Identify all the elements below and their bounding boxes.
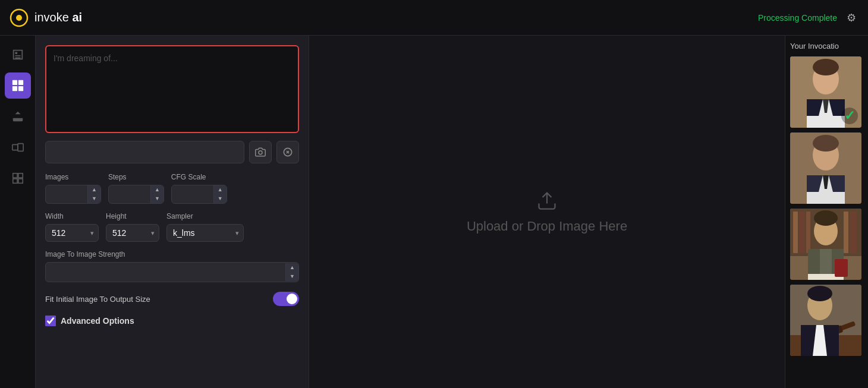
- portrait-svg-3: [790, 209, 861, 280]
- svg-rect-6: [12, 144, 17, 150]
- portrait-svg-2: [790, 133, 861, 204]
- img2img-input-row: 0.75 ▲ ▼: [45, 262, 299, 282]
- svg-rect-9: [18, 174, 22, 178]
- param-group-sampler: Sampler k_lms k_euler k_euler_a ddim plm…: [166, 212, 244, 242]
- cfg-down-btn[interactable]: ▼: [214, 194, 227, 203]
- main-layout: Images 1 ▲ ▼ Steps 50 ▲: [0, 36, 868, 388]
- svg-rect-34: [799, 212, 805, 253]
- height-select-wrapper: 256 512 768 1024: [106, 224, 159, 242]
- right-panel: Your Invocatio: [785, 36, 868, 388]
- cfg-spin-btns: ▲ ▼: [213, 185, 227, 203]
- svg-rect-2: [12, 80, 17, 85]
- steps-down-btn[interactable]: ▼: [151, 194, 163, 203]
- images-down-btn[interactable]: ▼: [88, 194, 100, 203]
- sampler-select[interactable]: k_lms k_euler k_euler_a ddim plms: [166, 224, 244, 242]
- neg-prompt-row: [45, 141, 299, 163]
- svg-rect-36: [844, 212, 848, 253]
- svg-rect-11: [18, 179, 22, 183]
- svg-point-19: [813, 59, 839, 75]
- width-select[interactable]: 256 512 768 1024: [45, 224, 99, 242]
- toggle-slider: [273, 292, 299, 306]
- fit-toggle[interactable]: [273, 292, 299, 306]
- images-input[interactable]: 1: [46, 186, 87, 203]
- invocation-thumb-4[interactable]: [790, 285, 861, 356]
- invocation-thumb-1[interactable]: ✓: [790, 56, 861, 128]
- svg-rect-44: [835, 259, 848, 277]
- negative-prompt-input[interactable]: [45, 141, 244, 163]
- svg-rect-33: [793, 212, 798, 253]
- img2img-up-btn[interactable]: ▲: [286, 263, 298, 272]
- upload-area: Upload or Drop Image Here: [467, 190, 627, 234]
- svg-rect-7: [18, 144, 23, 152]
- logo: invoke ai: [10, 8, 82, 27]
- sidebar: [0, 36, 36, 388]
- svg-rect-43: [820, 249, 832, 274]
- height-select[interactable]: 256 512 768 1024: [106, 224, 159, 242]
- checkmark-1: ✓: [844, 108, 855, 124]
- svg-rect-10: [12, 179, 17, 183]
- params-grid: Images 1 ▲ ▼ Steps 50 ▲: [45, 173, 299, 242]
- param-group-images: Images 1 ▲ ▼: [45, 173, 101, 204]
- sidebar-item-img2img[interactable]: [5, 72, 31, 99]
- fit-label: Fit Initial Image To Output Size: [45, 295, 150, 304]
- logo-icon: [10, 8, 29, 27]
- advanced-checkbox[interactable]: [45, 316, 56, 326]
- portrait-svg-4: [790, 285, 861, 356]
- invocation-thumb-3[interactable]: [790, 209, 861, 280]
- canvas-area[interactable]: Upload or Drop Image Here: [309, 36, 785, 388]
- sidebar-item-resize[interactable]: [5, 134, 31, 160]
- images-up-btn[interactable]: ▲: [88, 185, 100, 194]
- width-label: Width: [45, 212, 99, 220]
- fit-toggle-row: Fit Initial Image To Output Size: [45, 292, 299, 306]
- checkmark-overlay-1: ✓: [841, 108, 858, 124]
- images-label: Images: [45, 173, 101, 181]
- upload-icon: [536, 190, 558, 212]
- img2img-strength-input[interactable]: 0.75: [46, 263, 285, 282]
- cfg-input[interactable]: 10: [172, 186, 213, 203]
- sidebar-item-layers[interactable]: [5, 165, 31, 191]
- invocation-grid: ✓: [790, 56, 863, 356]
- advanced-options-row: Advanced Options: [45, 316, 299, 326]
- left-panel: Images 1 ▲ ▼ Steps 50 ▲: [36, 36, 309, 388]
- param-group-width: Width 256 512 768 1024: [45, 212, 99, 242]
- svg-point-26: [813, 135, 839, 152]
- sidebar-item-upload[interactable]: [5, 103, 31, 130]
- steps-spin-btns: ▲ ▼: [150, 185, 163, 203]
- svg-rect-35: [806, 212, 810, 253]
- img2img-down-btn[interactable]: ▼: [286, 272, 298, 281]
- cfg-spinner: 10 ▲ ▼: [171, 185, 227, 204]
- right-panel-title: Your Invocatio: [790, 42, 863, 51]
- img2img-spin-btns: ▲ ▼: [285, 263, 298, 281]
- topbar-right: Processing Complete ⚙: [758, 9, 858, 27]
- steps-spinner: 50 ▲ ▼: [108, 185, 164, 204]
- param-group-height: Height 256 512 768 1024: [106, 212, 159, 242]
- sidebar-item-gallery[interactable]: [5, 42, 31, 68]
- topbar: invoke ai Processing Complete ⚙: [0, 0, 868, 36]
- prompt-input[interactable]: [45, 45, 299, 133]
- width-select-wrapper: 256 512 768 1024: [45, 224, 99, 242]
- height-label: Height: [106, 212, 159, 220]
- param-row-1: Images 1 ▲ ▼ Steps 50 ▲: [45, 173, 299, 204]
- cfg-label: CFG Scale: [171, 173, 227, 181]
- svg-rect-4: [12, 86, 17, 91]
- svg-rect-55: [816, 325, 823, 344]
- img2img-label: Image To Image Strength: [45, 250, 299, 258]
- param-row-2: Width 256 512 768 1024 Height: [45, 212, 299, 242]
- logo-text: invoke ai: [34, 11, 82, 24]
- svg-marker-41: [808, 249, 822, 274]
- clear-button[interactable]: [276, 141, 299, 163]
- advanced-label: Advanced Options: [61, 316, 134, 326]
- param-group-steps: Steps 50 ▲ ▼: [108, 173, 164, 204]
- camera-button[interactable]: [249, 141, 272, 163]
- upload-text: Upload or Drop Image Here: [467, 219, 627, 234]
- steps-up-btn[interactable]: ▲: [151, 185, 163, 194]
- img2img-section: Image To Image Strength 0.75 ▲ ▼: [45, 250, 299, 282]
- sampler-select-wrapper: k_lms k_euler k_euler_a ddim plms: [166, 224, 244, 242]
- cfg-up-btn[interactable]: ▲: [214, 185, 227, 194]
- sampler-label: Sampler: [166, 212, 244, 220]
- settings-button[interactable]: ⚙: [844, 9, 858, 27]
- svg-point-1: [16, 15, 22, 21]
- svg-rect-3: [18, 80, 23, 85]
- steps-input[interactable]: 50: [109, 186, 150, 203]
- invocation-thumb-2[interactable]: [790, 133, 861, 204]
